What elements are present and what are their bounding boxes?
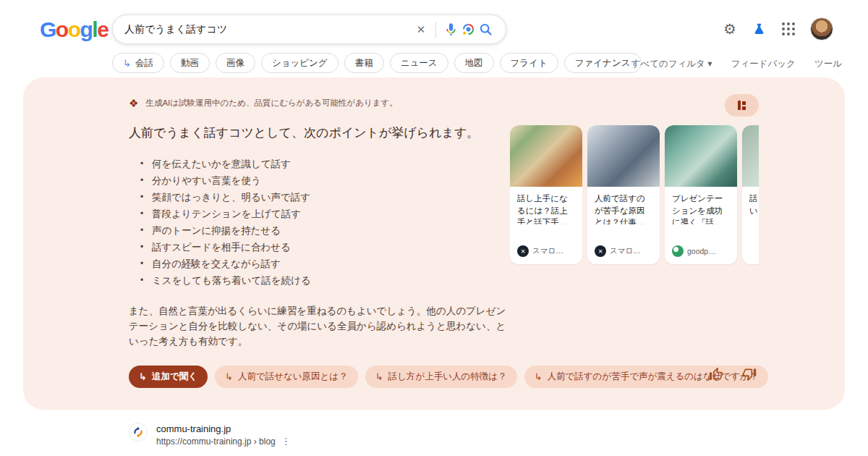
card-thumbnail-image — [510, 125, 582, 187]
source-name: スマロ… — [610, 246, 641, 256]
tab-finance[interactable]: ファイナンス — [564, 53, 642, 73]
tabs-right-tools: すべてのフィルタ ▾ フィードバック ツール — [631, 58, 842, 70]
tab-label: フライト — [511, 57, 548, 69]
tab-label: 書籍 — [355, 57, 373, 69]
feedback-link[interactable]: フィードバック — [731, 58, 796, 70]
thumbs-up-icon[interactable] — [709, 367, 723, 381]
bullet-item: 話すスピードを相手に合わせる — [140, 239, 502, 256]
result-meta: commu-training.jp https://commu-training… — [156, 423, 291, 447]
source-favicon-icon — [672, 245, 684, 257]
source-card[interactable]: 話し上手になるには？話上手と話下手… ✕ スマロ… — [510, 125, 582, 264]
logo-letter: g — [80, 17, 93, 41]
generative-ai-sparkle-icon: ❖ — [129, 98, 138, 109]
card-title: 話し上手になるには？話上手と話下手… — [510, 187, 582, 224]
card-thumbnail-image — [665, 125, 737, 187]
bullet-item: 分かりやすい言葉を使う — [140, 172, 502, 189]
source-card-partial[interactable]: 話し方が上手い… — [742, 125, 759, 264]
tab-label: ファイナンス — [575, 57, 631, 69]
result-url: https://commu-training.jp › blog — [156, 436, 276, 447]
conversation-arrow-icon: ↳ — [123, 58, 131, 69]
followup-arrow-icon: ↳ — [375, 372, 383, 381]
tab-label: ショッピング — [272, 57, 328, 69]
card-source: ✕ スマロ… — [595, 245, 641, 257]
logo-letter: G — [40, 17, 56, 41]
tab-books[interactable]: 書籍 — [344, 53, 384, 73]
source-card[interactable]: 人前で話すのが苦手な原因とは？仕事… ✕ スマロ… — [587, 125, 660, 264]
organic-result[interactable]: commu-training.jp https://commu-training… — [129, 423, 291, 447]
source-name: goodp… — [687, 247, 716, 256]
result-more-options-icon[interactable]: ⋮ — [281, 436, 291, 447]
followup-label: 話し方が上手い人の特徴は？ — [388, 371, 507, 383]
ai-disclaimer: ❖ 生成AIは試験運用中のため、品質にむらがある可能性があります。 — [129, 98, 398, 109]
outline-view-toggle-button[interactable] — [725, 94, 759, 117]
ai-answer-bullet-list: 何を伝えたいかを意識して話す 分かりやすい言葉を使う 笑顔ではっきりと、明るい声… — [140, 156, 502, 289]
clear-search-icon[interactable]: ✕ — [412, 21, 430, 38]
followup-arrow-icon: ↳ — [225, 372, 233, 381]
search-submit-icon[interactable] — [477, 21, 494, 38]
source-card[interactable]: プレゼンテーションを成功に導く「話… goodp… — [665, 125, 737, 264]
ask-followup-label: 追加で聞く — [152, 371, 197, 383]
followup-arrow-icon: ↳ — [535, 372, 542, 381]
result-site-name[interactable]: commu-training.jp — [156, 423, 291, 434]
account-avatar[interactable] — [810, 17, 833, 41]
settings-gear-icon[interactable]: ⚙ — [723, 22, 736, 36]
bullet-item: 笑顔ではっきりと、明るい声で話す — [140, 189, 502, 206]
tab-conversation[interactable]: ↳ 会話 — [112, 53, 164, 73]
divider — [435, 22, 436, 38]
source-cards-carousel[interactable]: 話し上手になるには？話上手と話下手… ✕ スマロ… 人前で話すのが苦手な原因とは… — [510, 125, 759, 267]
tab-maps[interactable]: 地図 — [454, 53, 494, 73]
tab-label: ニュース — [401, 57, 438, 69]
card-source: goodp… — [672, 245, 716, 257]
source-name: スマロ… — [532, 246, 563, 256]
bullet-item: 声のトーンに抑揚を持たせる — [140, 222, 502, 239]
ask-followup-button[interactable]: ↳ 追加で聞く — [129, 366, 208, 388]
thumbs-down-icon[interactable] — [742, 367, 757, 381]
followup-suggestions: ↳ 追加で聞く ↳ 人前で話せない原因とは？ ↳ 話し方が上手い人の特徴は？ ↳… — [129, 366, 768, 388]
bullet-item: ミスをしても落ち着いて話を続ける — [140, 272, 502, 289]
toggle-glyph-squares — [742, 101, 746, 110]
bullet-item: 自分の経験を交えながら話す — [140, 256, 502, 272]
tab-shopping[interactable]: ショッピング — [261, 53, 339, 73]
google-lens-icon[interactable] — [459, 21, 477, 38]
tab-videos[interactable]: 動画 — [170, 53, 210, 73]
source-favicon-icon: ✕ — [595, 245, 606, 257]
card-thumbnail-image — [742, 125, 759, 187]
card-title: プレゼンテーションを成功に導く「話… — [665, 187, 737, 224]
card-thumbnail-image — [587, 125, 660, 187]
google-apps-grid-icon[interactable] — [782, 22, 795, 35]
ai-disclaimer-text: 生成AIは試験運用中のため、品質にむらがある可能性があります。 — [145, 98, 397, 109]
tab-label: 地図 — [465, 57, 483, 69]
search-input[interactable] — [124, 24, 412, 35]
followup-suggestion-chip[interactable]: ↳ 人前で話せない原因とは？ — [215, 366, 358, 388]
ai-answer-paragraph: また、自然と言葉が出るくらいに練習を重ねるのもよいでしょう。他の人のプレゼンテー… — [129, 303, 506, 349]
all-filters-dropdown[interactable]: すべてのフィルタ ▾ — [631, 58, 712, 70]
tab-label: 画像 — [226, 57, 244, 69]
tab-images[interactable]: 画像 — [216, 53, 255, 73]
source-favicon-icon: ✕ — [517, 245, 529, 257]
voice-search-icon[interactable] — [442, 21, 459, 38]
generative-ai-panel: ❖ 生成AIは試験運用中のため、品質にむらがある可能性があります。 人前でうまく… — [23, 77, 845, 410]
toggle-glyph-bar — [738, 101, 741, 110]
search-bar[interactable]: ✕ — [112, 14, 506, 44]
tab-label: 動画 — [181, 57, 199, 69]
followup-suggestion-chip[interactable]: ↳ 話し方が上手い人の特徴は？ — [365, 366, 517, 388]
tab-label: 会話 — [135, 57, 153, 69]
logo-letter: o — [56, 17, 68, 41]
card-source: ✕ スマロ… — [517, 245, 563, 257]
tab-flights[interactable]: フライト — [500, 53, 558, 73]
answer-feedback — [709, 367, 757, 381]
followup-arrow-icon: ↳ — [139, 372, 147, 381]
search-mode-tabs: ↳ 会話 動画 画像 ショッピング 書籍 ニュース 地図 フライト ファイナンス — [112, 53, 642, 73]
card-title: 人前で話すのが苦手な原因とは？仕事… — [587, 187, 660, 224]
tab-news[interactable]: ニュース — [390, 53, 448, 73]
search-labs-icon[interactable] — [752, 22, 767, 37]
card-title: 話し方が上手い… — [742, 187, 759, 216]
google-logo[interactable]: Google — [40, 17, 108, 42]
logo-letter: e — [97, 17, 108, 41]
followup-label: 人前で話せない原因とは？ — [238, 371, 348, 383]
tools-link[interactable]: ツール — [814, 58, 842, 70]
site-favicon-icon — [129, 423, 148, 442]
bullet-item: 普段よりテンションを上げて話す — [140, 206, 502, 222]
logo-letter: o — [68, 17, 80, 41]
header-actions: ⚙ — [723, 17, 833, 41]
